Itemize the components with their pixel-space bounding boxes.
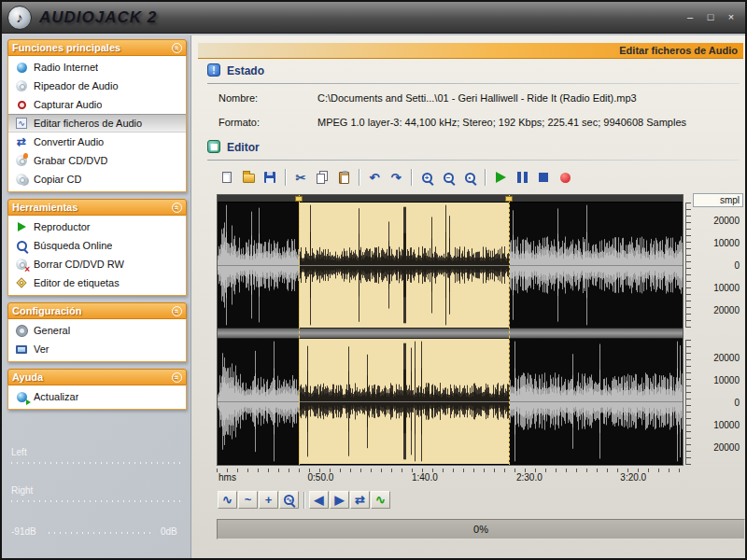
section-title: Herramientas [12,202,172,213]
wave-toolbar: ∿~+∿◀▶⇄∿ [218,491,390,509]
editor-toolbar: ✂↶↷+−▪ [217,167,575,188]
editor-section-title: Editor [227,141,260,154]
amp-tick-label: 20000 [713,305,740,315]
info-icon [207,63,220,77]
sidebar-item-grabar-cd-dvd[interactable]: Grabar CD/DVD [8,151,186,170]
play-button[interactable] [490,167,511,188]
section-body: Actualizar [7,385,187,410]
sidebar-item-label: Búsqueda Online [34,240,112,251]
erase-cd-icon [14,258,29,271]
sidebar-item-convertir-audio[interactable]: ⇄Convertir Audio [8,133,186,151]
player-play-icon [14,220,29,233]
time-tick-label: 2:30.0 [516,472,543,483]
record-button[interactable] [555,167,575,188]
collapse-icon[interactable]: « [172,43,182,53]
file-format-value: MPEG 1.0 layer-3: 44,100 kHz; Stereo; 19… [317,117,686,128]
time-tick-label: 3:20.0 [620,472,646,483]
time-ruler: hms 0:50.01:40.02:30.03:20.0 [217,469,685,483]
sidebar-item-label: Radio Internet [34,62,98,73]
selection-start-line[interactable] [299,195,300,465]
gear-icon [14,324,29,337]
copy-button[interactable] [312,167,332,188]
sidebar-item-reproductor[interactable]: Reproductor [8,217,186,236]
sidebar-item-actualizar[interactable]: Actualizar [8,387,186,406]
meter-left-scale [11,462,181,464]
zoom-amplitude-out-button[interactable]: ~ [238,491,258,509]
time-tick-labels: 0:50.01:40.02:30.03:20.0 [217,472,685,483]
selection-strip[interactable] [218,195,683,203]
save-file-button[interactable] [260,167,280,188]
amp-tick-label: 20000 [713,442,740,453]
pause-button[interactable] [512,167,532,188]
status-section-title: Estado [227,64,264,77]
new-file-button[interactable] [217,167,237,188]
zoom-in-button[interactable]: + [416,167,437,188]
amplitude-axis-left-channel: 200001000001000020000 [685,203,743,328]
sidebar-item-capturar-audio[interactable]: Capturar Audio [8,95,186,114]
sidebar-item-label: Reproductor [34,221,91,232]
sidebar-item-editar-ficheros-de-audio[interactable]: ∿Editar ficheros de Audio [8,114,186,133]
redo-button[interactable]: ↷ [386,167,406,188]
fit-view-button[interactable]: + [259,491,278,509]
zoom-selection-button[interactable]: ▪ [459,167,480,188]
capture-record-icon [14,98,29,111]
progress-bar: 0% [217,519,745,539]
section-title: Ayuda [12,371,172,383]
zoom-out-button[interactable]: − [438,167,458,188]
section-header[interactable]: Herramientas« [7,199,187,216]
play-selection-button[interactable]: ▶ [330,491,349,509]
sidebar-item-general[interactable]: General [8,321,186,340]
divider [207,83,740,84]
amp-tick-label: 10000 [713,420,740,430]
section-body: ReproductorBúsqueda OnlineBorrar CD/DVD … [7,216,187,296]
sidebar-item-ripeador-de-audio[interactable]: Ripeador de Audio [8,77,186,95]
meter-right-label: Right [11,485,33,496]
minimize-button[interactable]: – [682,10,698,25]
zoom-amplitude-in-button[interactable]: ∿ [218,491,237,509]
swap-channels-button[interactable]: ⇄ [350,491,370,509]
maximize-button[interactable]: □ [702,10,719,25]
amplitude-axis: smpl 200001000001000020000 2000010000010… [685,194,743,466]
time-tick-label: 1:40.0 [412,472,438,483]
close-button[interactable]: × [723,10,740,25]
selection-start-handle[interactable] [295,196,303,202]
sidebar-item-editor-de-etiquetas[interactable]: Editor de etiquetas [8,273,186,292]
toolbar-separator [285,169,286,186]
section-header[interactable]: Configuración« [7,302,187,319]
amp-tick-label: 10000 [713,283,740,293]
paste-button[interactable] [333,167,354,188]
sidebar-item-borrar-cd-dvd-rw[interactable]: Borrar CD/DVD RW [8,255,186,273]
cut-button[interactable]: ✂ [290,167,311,188]
sidebar-item-radio-internet[interactable]: Radio Internet [8,58,186,77]
zoom-wave-button[interactable]: ∿ [279,491,299,509]
sidebar-item-label: Ripeador de Audio [34,80,119,91]
meter-db-scale [49,532,155,534]
stop-button[interactable] [533,167,554,188]
amp-tick-label: 10000 [713,374,740,385]
go-start-button[interactable]: ◀ [309,491,329,509]
section-header[interactable]: Ayuda« [7,369,187,385]
loudness-button[interactable]: ∿ [371,491,390,509]
tag-icon [14,276,29,289]
sidebar-section: Configuración«GeneralVer [7,302,187,362]
waveform-right-channel[interactable] [218,339,683,464]
divider [207,160,740,161]
meter-right-scale [11,500,181,502]
sidebar-item-copiar-cd[interactable]: Copiar CD [8,170,186,189]
waveform-left-channel[interactable] [218,203,683,328]
selection-end-handle[interactable] [505,196,513,202]
edit-wave-icon: ∿ [14,117,29,130]
collapse-icon[interactable]: « [172,203,182,213]
section-header[interactable]: Funciones principales« [7,39,187,56]
waveform-display[interactable] [217,194,684,466]
undo-button[interactable]: ↶ [364,167,385,188]
sidebar-item-ver[interactable]: Ver [8,340,186,358]
selection-end-line[interactable] [509,195,510,465]
open-file-button[interactable] [238,167,259,188]
collapse-icon[interactable]: « [172,372,182,383]
sidebar-item-label: Grabar CD/DVD [34,155,107,166]
collapse-icon[interactable]: « [172,306,182,316]
radio-globe-icon [14,61,29,74]
sidebar-item-b-squeda-online[interactable]: Búsqueda Online [8,236,186,255]
cd-rip-icon [14,79,29,92]
